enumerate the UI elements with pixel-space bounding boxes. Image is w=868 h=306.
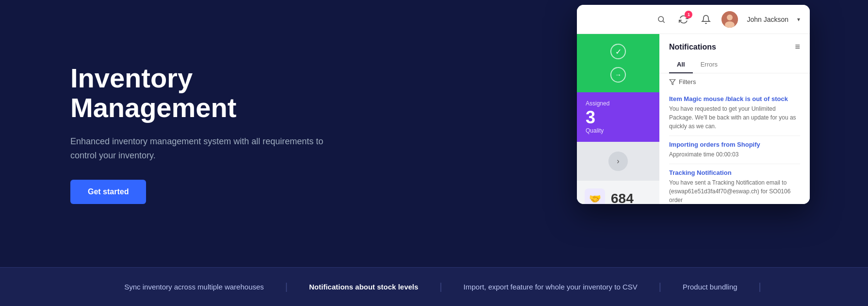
avatar <box>721 11 738 28</box>
ui-card: 1 John Jackson ▾ ✓ <box>577 5 810 204</box>
hero-content: Inventory Management Enhanced inventory … <box>70 63 342 204</box>
get-started-button[interactable]: Get started <box>70 180 146 204</box>
footer-divider-4: | <box>757 281 763 292</box>
notif-item-2-title: Importing orders from Shopify <box>669 141 800 148</box>
svg-point-3 <box>727 15 733 20</box>
notifications-panel: Notifications ≡ All Errors Filters Item … <box>659 34 810 204</box>
assigned-sub: Quality <box>586 127 651 134</box>
card-body: ✓ → Assigned 3 Quality › 🤝 684 <box>577 34 810 204</box>
notif-title: Notifications <box>669 43 716 51</box>
user-name: John Jackson <box>747 16 788 23</box>
assigned-number: 3 <box>586 109 651 126</box>
notif-item-1-body: You have requested to get your Unlimited… <box>669 104 800 131</box>
sync-badge: 1 <box>685 11 692 18</box>
check-icon: ✓ <box>610 44 626 59</box>
page-wrapper: Inventory Management Enhanced inventory … <box>0 0 868 306</box>
hand-icon: 🤝 <box>585 188 605 204</box>
footer-bar: Sync inventory across multiple warehouse… <box>0 267 868 306</box>
notif-items: Item Magic mouse /black is out of stock … <box>659 90 810 204</box>
notif-item-3-body: You have sent a Tracking Notification em… <box>669 178 800 204</box>
notif-item-1[interactable]: Item Magic mouse /black is out of stock … <box>669 90 800 136</box>
notif-tabs: All Errors <box>659 57 810 73</box>
panel-stat-number: 684 <box>611 191 634 204</box>
panel-green: ✓ → <box>577 34 659 92</box>
svg-marker-5 <box>670 79 675 85</box>
bell-icon[interactable] <box>699 13 713 26</box>
footer-divider-3: | <box>657 281 663 292</box>
footer-divider-2: | <box>438 281 444 292</box>
card-topbar: 1 John Jackson ▾ <box>577 5 810 34</box>
footer-item-sync: Sync inventory across multiple warehouse… <box>105 283 283 291</box>
filter-label[interactable]: Filters <box>679 78 696 85</box>
footer-item-import: Import, export feature for whole your in… <box>444 283 657 291</box>
svg-line-1 <box>663 21 665 22</box>
panel-gray: › <box>577 142 659 181</box>
tab-errors[interactable]: Errors <box>693 57 725 73</box>
panel-assigned: Assigned 3 Quality <box>577 92 659 142</box>
notif-item-3[interactable]: Tracking Notification You have sent a Tr… <box>669 164 800 204</box>
hero-subtitle: Enhanced inventory management system wit… <box>70 135 342 163</box>
panel-lower: 🤝 684 <box>577 181 659 204</box>
left-panels: ✓ → Assigned 3 Quality › 🤝 684 <box>577 34 659 204</box>
sync-icon[interactable]: 1 <box>677 13 690 26</box>
notif-header: Notifications ≡ <box>659 34 810 52</box>
footer-item-bundling: Product bundling <box>663 283 757 291</box>
tab-all[interactable]: All <box>669 57 693 73</box>
notif-item-2-body: Approximate time 00:00:03 <box>669 150 800 159</box>
search-icon[interactable] <box>655 13 668 26</box>
footer-divider-1: | <box>283 281 290 292</box>
panel-gray-arrow[interactable]: › <box>608 152 628 171</box>
svg-point-0 <box>658 17 664 22</box>
assigned-label: Assigned <box>586 100 651 107</box>
notif-filter-row: Filters <box>659 73 810 90</box>
notif-item-2[interactable]: Importing orders from Shopify Approximat… <box>669 136 800 164</box>
chevron-down-icon[interactable]: ▾ <box>797 16 800 23</box>
footer-item-notifications: Notifications about stock levels <box>290 283 438 291</box>
arrow-icon[interactable]: → <box>610 67 626 83</box>
notif-item-1-title: Item Magic mouse /black is out of stock <box>669 95 800 102</box>
notif-item-3-title: Tracking Notification <box>669 169 800 176</box>
hero-title: Inventory Management <box>70 63 342 123</box>
notif-menu-icon[interactable]: ≡ <box>795 42 800 52</box>
